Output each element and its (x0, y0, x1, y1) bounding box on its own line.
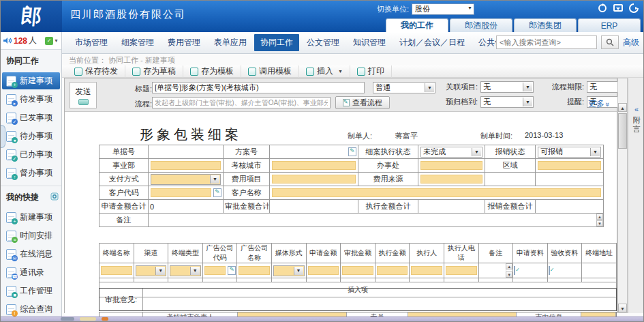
toolbar-button[interactable]: 存为草稿 (125, 65, 183, 78)
terminal-name-input[interactable] (101, 266, 132, 275)
workspace-tab[interactable]: 郎酒股份 (450, 18, 512, 32)
attachment-icon[interactable] (514, 266, 515, 275)
view-flow-button[interactable]: 查看流程 (335, 96, 390, 109)
office-input[interactable] (420, 161, 482, 170)
customer-name-input[interactable] (272, 188, 601, 197)
doc-number-cell[interactable] (149, 145, 224, 159)
ad-company-code-input[interactable] (204, 266, 226, 275)
quick-settings-icon[interactable] (50, 192, 59, 203)
sidebar-item[interactable]: ● 待办事项 (2, 128, 60, 145)
media-form-select[interactable] (273, 265, 305, 276)
plan-number-input[interactable] (272, 147, 346, 156)
approval-comments-area[interactable] (143, 289, 616, 310)
taskbar-icon[interactable] (102, 317, 108, 321)
workspace-tab[interactable]: 郎酒集团 (514, 18, 577, 32)
sidebar-item[interactable]: ✓ 已办事项 (2, 146, 60, 163)
approve-amount-input[interactable] (342, 266, 373, 275)
taskbar-icon[interactable] (61, 317, 74, 321)
menu-item[interactable]: 公文管理 (301, 34, 346, 51)
taskbar-icon[interactable] (80, 317, 96, 321)
sidebar-item[interactable]: ☎ 通讯录 (2, 264, 60, 281)
scroll-down-icon[interactable]: ▼ (596, 220, 603, 226)
vertical-scrollbar[interactable]: ▲ ▼ (617, 78, 628, 313)
presence-status-toggle[interactable]: ✓ ▼ (45, 37, 59, 45)
scroll-down-icon[interactable]: ▼ (506, 272, 512, 278)
menu-item[interactable]: 知识管理 (347, 34, 392, 51)
menu-item[interactable]: 费用管理 (162, 34, 206, 51)
sidebar-item[interactable]: ▸ 待发事项 (2, 91, 60, 108)
pay-method-select[interactable] (151, 174, 221, 185)
sidebar-item[interactable]: ! 综合查询 (2, 301, 60, 318)
sidebar-item[interactable]: + 新建事项 (2, 209, 60, 226)
speaker-icon[interactable] (3, 35, 12, 47)
channel-select[interactable] (136, 265, 167, 276)
refresh-icon[interactable] (597, 3, 608, 14)
division-input[interactable] (151, 161, 221, 170)
detail-remark-cell[interactable]: ▲▼ (478, 263, 513, 278)
expense-item-input[interactable] (272, 175, 356, 184)
scroll-up-icon[interactable]: ▲ (506, 263, 512, 269)
menu-item[interactable]: 表单应用 (208, 34, 253, 51)
send-icon (78, 99, 89, 105)
search-icon[interactable] (601, 35, 619, 49)
menu-item[interactable]: 计划／会议／日程 (393, 34, 471, 51)
remark-textarea[interactable] (149, 214, 596, 226)
assess-city-input[interactable] (272, 161, 356, 170)
sidebar-item[interactable]: ↑ 督办事项 (2, 164, 60, 181)
exec-amount-input[interactable] (377, 266, 408, 275)
sidebar-item[interactable]: ✓ 已发事项 (2, 109, 60, 126)
sidebar-collapse-handle[interactable] (1, 125, 5, 148)
sidebar-item[interactable]: ✉ 在线消息 (2, 246, 60, 263)
ad-company-name-input[interactable] (239, 266, 270, 275)
terminal-address-cell[interactable] (582, 263, 617, 278)
advanced-search-link[interactable]: 高级 (623, 37, 639, 48)
flow-input[interactable] (152, 97, 331, 108)
edit-icon[interactable] (348, 147, 356, 156)
toolbar-button[interactable]: 打印 (350, 65, 392, 78)
more-options-link[interactable]: 更多 » (588, 98, 610, 110)
workspace-tab[interactable]: ERP (578, 18, 641, 32)
terminal-type-select[interactable] (170, 265, 201, 276)
toolbar-button-label: 打印 (368, 65, 384, 77)
toolbar-button[interactable]: 插入 (299, 65, 350, 78)
sidebar-item[interactable]: ≡ 时间安排 (2, 227, 60, 244)
toolbar-button[interactable]: 调用模板 (241, 65, 299, 78)
compose-option-select[interactable]: 无 (480, 81, 534, 93)
scroll-up-icon[interactable]: ▲ (618, 103, 627, 112)
logout-icon[interactable] (628, 3, 639, 14)
expense-source-input[interactable] (420, 175, 482, 184)
toolbar-button[interactable]: 保存待发 (67, 65, 125, 78)
scrollbar-thumb[interactable] (618, 113, 627, 149)
attachment-note-tab[interactable]: 附言 (628, 116, 644, 134)
search-input[interactable] (496, 35, 597, 49)
unit-select[interactable]: 股份 (412, 3, 474, 15)
desktop-icon[interactable] (613, 3, 624, 14)
region-input[interactable] (538, 161, 601, 170)
workspace-tab[interactable]: 我的工作 (386, 18, 448, 32)
send-button[interactable]: 发送 (70, 82, 97, 108)
field-label: 客户名称 (224, 186, 270, 200)
exec-status-select[interactable]: 未完成 (420, 147, 482, 158)
scroll-up-icon[interactable]: ▲ (596, 214, 603, 220)
priority-select[interactable]: 普通 (373, 82, 435, 93)
executor-input[interactable] (411, 266, 442, 275)
menu-item[interactable]: 市场管理 (69, 34, 114, 51)
edit-icon[interactable] (213, 188, 221, 197)
scroll-down-icon[interactable]: ▼ (618, 304, 627, 312)
customer-code-input[interactable] (151, 188, 211, 197)
sidebar-item[interactable]: + 新建事项 (2, 72, 60, 89)
panel-collapse-icon[interactable]: « (628, 105, 644, 113)
compose-option-select[interactable]: 无 (480, 96, 534, 108)
menu-item[interactable]: 细案管理 (115, 34, 160, 51)
title-input[interactable] (152, 82, 365, 93)
attachment-icon[interactable] (549, 266, 550, 275)
menu-item[interactable]: 协同工作 (254, 34, 299, 51)
shortcut-icon: ! (6, 304, 16, 315)
toolbar-button[interactable]: 存为模板 (183, 65, 241, 78)
edit-icon[interactable] (228, 266, 236, 275)
apply-amount-input[interactable] (308, 266, 339, 275)
sidebar-item[interactable]: ■ 工作管理 (2, 282, 60, 299)
executor-phone-input[interactable] (446, 266, 477, 275)
reimburse-status-select[interactable]: 可报销 (538, 147, 601, 158)
shortcut-icon: + (6, 212, 16, 223)
